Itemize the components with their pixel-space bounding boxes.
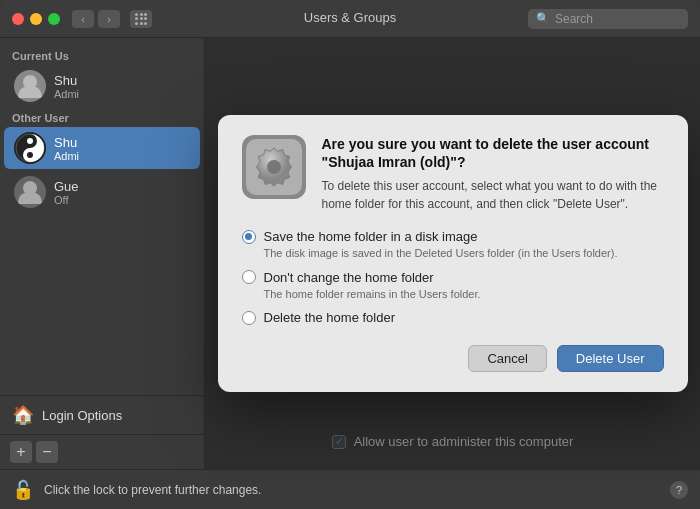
help-button[interactable]: ? xyxy=(670,481,688,499)
dialog-buttons: Cancel Delete User xyxy=(242,345,664,372)
sidebar-item-name: Shu xyxy=(54,73,79,88)
radio-item-keep: Don't change the home folder The home fo… xyxy=(242,270,664,302)
search-icon: 🔍 xyxy=(536,12,550,25)
content-area: Allow user to administer this computer xyxy=(205,38,700,469)
search-input[interactable] xyxy=(555,12,675,26)
delete-user-button[interactable]: Delete User xyxy=(557,345,664,372)
radio-save-label: Save the home folder in a disk image xyxy=(264,229,478,244)
search-bar[interactable]: 🔍 xyxy=(528,9,688,29)
delete-user-dialog: Are you sure you want to delete the user… xyxy=(218,115,688,392)
dialog-header: Are you sure you want to delete the user… xyxy=(242,135,664,213)
svg-point-2 xyxy=(27,138,33,144)
bottom-bar: 🔓 Click the lock to prevent further chan… xyxy=(0,469,700,509)
add-user-button[interactable]: + xyxy=(10,441,32,463)
radio-group: Save the home folder in a disk image The… xyxy=(242,229,664,325)
radio-label-row: Don't change the home folder xyxy=(242,270,664,285)
radio-label-row: Delete the home folder xyxy=(242,310,664,325)
sidebar-item-text: Shu Admi xyxy=(54,73,79,100)
radio-keep-desc: The home folder remains in the Users fol… xyxy=(264,287,664,302)
sidebar-item-text: Shu Admi xyxy=(54,135,79,162)
remove-user-button[interactable]: − xyxy=(36,441,58,463)
svg-point-6 xyxy=(267,160,281,174)
traffic-lights xyxy=(12,13,60,25)
other-users-label: Other User xyxy=(0,108,204,126)
radio-delete[interactable] xyxy=(242,311,256,325)
sidebar-item-role: Admi xyxy=(54,88,79,100)
avatar xyxy=(14,176,46,208)
current-user-label: Current Us xyxy=(0,46,204,64)
sidebar: Current Us Shu Admi Other User xyxy=(0,38,205,469)
back-button[interactable]: ‹ xyxy=(72,10,94,28)
radio-item-save: Save the home folder in a disk image The… xyxy=(242,229,664,261)
nav-buttons: ‹ › xyxy=(72,10,120,28)
sidebar-item-current-user[interactable]: Shu Admi xyxy=(4,65,200,107)
avatar xyxy=(14,70,46,102)
grid-icon xyxy=(135,13,147,25)
lock-icon[interactable]: 🔓 xyxy=(12,479,34,501)
sidebar-item-name: Gue xyxy=(54,179,79,194)
gear-icon xyxy=(246,139,302,195)
radio-item-delete: Delete the home folder xyxy=(242,310,664,325)
sidebar-item-text: Gue Off xyxy=(54,179,79,206)
dialog-overlay: Are you sure you want to delete the user… xyxy=(205,38,700,469)
maximize-button[interactable] xyxy=(48,13,60,25)
sidebar-item-role: Admi xyxy=(54,150,79,162)
cancel-button[interactable]: Cancel xyxy=(468,345,546,372)
lock-status-text: Click the lock to prevent further change… xyxy=(44,483,660,497)
sidebar-item-role: Off xyxy=(54,194,79,206)
sidebar-controls: + − xyxy=(0,434,204,469)
avatar xyxy=(14,132,46,164)
grid-view-button[interactable] xyxy=(130,10,152,28)
main-content: Current Us Shu Admi Other User xyxy=(0,38,700,469)
sidebar-item-yin-user[interactable]: Shu Admi xyxy=(4,127,200,169)
close-button[interactable] xyxy=(12,13,24,25)
forward-button[interactable]: › xyxy=(98,10,120,28)
radio-label-row: Save the home folder in a disk image xyxy=(242,229,664,244)
radio-keep[interactable] xyxy=(242,270,256,284)
login-options-item[interactable]: 🏠 Login Options xyxy=(0,395,204,434)
login-options-label: Login Options xyxy=(42,408,122,423)
dialog-subtitle: To delete this user account, select what… xyxy=(322,177,664,213)
radio-save[interactable] xyxy=(242,230,256,244)
house-icon: 🏠 xyxy=(12,404,34,426)
titlebar: ‹ › Users & Groups 🔍 xyxy=(0,0,700,38)
dialog-title-area: Are you sure you want to delete the user… xyxy=(322,135,664,213)
dialog-icon xyxy=(242,135,306,199)
sidebar-item-name: Shu xyxy=(54,135,79,150)
svg-point-3 xyxy=(27,152,33,158)
dialog-title: Are you sure you want to delete the user… xyxy=(322,135,664,171)
radio-delete-label: Delete the home folder xyxy=(264,310,396,325)
minimize-button[interactable] xyxy=(30,13,42,25)
window-title: Users & Groups xyxy=(304,10,396,25)
sidebar-item-guest-user[interactable]: Gue Off xyxy=(4,171,200,213)
radio-keep-label: Don't change the home folder xyxy=(264,270,434,285)
radio-save-desc: The disk image is saved in the Deleted U… xyxy=(264,246,664,261)
